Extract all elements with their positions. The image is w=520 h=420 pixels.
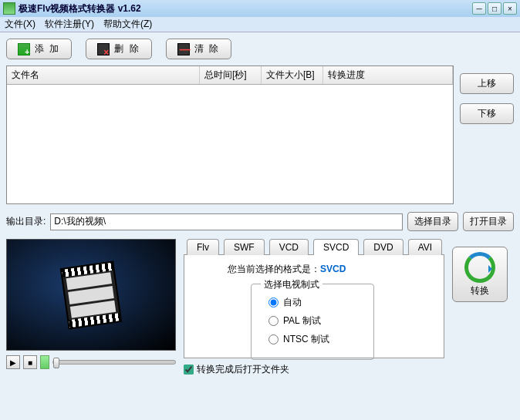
radio-ntsc[interactable] xyxy=(268,334,279,344)
player-controls: ▶ ■ xyxy=(6,355,176,369)
seek-thumb[interactable] xyxy=(53,358,59,368)
convert-label: 转换 xyxy=(471,284,489,297)
close-button[interactable]: × xyxy=(503,2,517,15)
clear-button[interactable]: 清 除 xyxy=(166,39,231,59)
radio-pal-row[interactable]: PAL 制试 xyxy=(268,314,356,328)
tv-legend: 选择电视制式 xyxy=(261,278,322,291)
current-format-text: 您当前选择的格式是：SVCD xyxy=(197,263,431,276)
tab-dvd[interactable]: DVD xyxy=(363,239,403,255)
open-after-row[interactable]: 转换完成后打开文件夹 xyxy=(184,363,444,376)
move-down-button[interactable]: 下移 xyxy=(460,103,514,124)
radio-auto-row[interactable]: 自动 xyxy=(268,296,356,309)
menu-help[interactable]: 帮助文件(Z) xyxy=(103,18,152,31)
convert-icon xyxy=(464,252,495,283)
format-tabs: Flv SWF VCD SVCD DVD AVI xyxy=(184,239,444,255)
output-label: 输出目录: xyxy=(6,215,46,228)
play-button[interactable]: ▶ xyxy=(6,355,20,369)
tab-vcd[interactable]: VCD xyxy=(269,239,309,255)
maximize-button[interactable]: □ xyxy=(488,2,501,15)
radio-ntsc-row[interactable]: NTSC 制试 xyxy=(268,333,356,346)
tab-panel: 您当前选择的格式是：SVCD 选择电视制式 自动 PAL 制试 NTSC 制试 xyxy=(184,254,444,358)
radio-auto[interactable] xyxy=(268,297,279,307)
move-up-button[interactable]: 上移 xyxy=(460,73,514,94)
seek-bar[interactable] xyxy=(52,360,176,365)
convert-button[interactable]: 转换 xyxy=(452,247,508,302)
col-progress[interactable]: 转换进度 xyxy=(323,66,453,84)
menubar: 文件(X) 软件注册(Y) 帮助文件(Z) xyxy=(0,17,520,32)
list-header: 文件名 总时间[秒] 文件大小[B] 转换进度 xyxy=(7,66,453,85)
current-format-value: SVCD xyxy=(320,264,346,274)
window-title: 极速Flv视频格式转换器 v1.62 xyxy=(19,2,472,15)
tab-svcd[interactable]: SVCD xyxy=(313,239,359,255)
choose-dir-button[interactable]: 选择目录 xyxy=(407,212,458,231)
tab-flv[interactable]: Flv xyxy=(187,239,219,255)
window-controls: ─ □ × xyxy=(472,2,517,15)
output-row: 输出目录: 选择目录 打开目录 xyxy=(6,212,514,231)
output-path-input[interactable] xyxy=(50,213,403,230)
menu-file[interactable]: 文件(X) xyxy=(5,18,35,31)
file-list[interactable]: 文件名 总时间[秒] 文件大小[B] 转换进度 xyxy=(6,66,454,204)
preview-pane xyxy=(6,239,176,351)
filmstrip-icon xyxy=(60,260,122,329)
content: 添 加 删 除 清 除 文件名 总时间[秒] 文件大小[B] 转换进度 上移 下… xyxy=(0,32,520,420)
open-after-label: 转换完成后打开文件夹 xyxy=(197,363,289,376)
volume-icon[interactable] xyxy=(40,355,49,369)
reorder-buttons: 上移 下移 xyxy=(460,66,514,204)
convert-column: 转换 xyxy=(452,239,514,376)
toolbar: 添 加 删 除 清 除 xyxy=(6,39,514,59)
bottom-area: ▶ ■ Flv SWF VCD SVCD DVD AVI 您当前选择的格式是：S… xyxy=(6,239,514,376)
delete-icon xyxy=(97,43,110,55)
tv-standard-group: 选择电视制式 自动 PAL 制试 NTSC 制试 xyxy=(251,284,374,360)
col-filename[interactable]: 文件名 xyxy=(7,66,200,84)
col-size[interactable]: 文件大小[B] xyxy=(262,66,323,84)
radio-auto-label: 自动 xyxy=(283,296,302,309)
add-button[interactable]: 添 加 xyxy=(6,39,72,59)
radio-pal[interactable] xyxy=(268,316,279,326)
radio-ntsc-label: NTSC 制试 xyxy=(283,333,329,346)
delete-button[interactable]: 删 除 xyxy=(86,39,151,59)
stop-button[interactable]: ■ xyxy=(23,355,37,369)
radio-pal-label: PAL 制试 xyxy=(283,314,321,328)
add-icon xyxy=(18,43,30,55)
tab-avi[interactable]: AVI xyxy=(408,239,442,255)
format-column: Flv SWF VCD SVCD DVD AVI 您当前选择的格式是：SVCD … xyxy=(184,239,444,376)
app-icon xyxy=(3,2,15,15)
list-area: 文件名 总时间[秒] 文件大小[B] 转换进度 上移 下移 xyxy=(6,66,514,204)
titlebar: 极速Flv视频格式转换器 v1.62 ─ □ × xyxy=(0,0,520,17)
col-duration[interactable]: 总时间[秒] xyxy=(200,66,262,84)
current-format-prefix: 您当前选择的格式是： xyxy=(228,264,320,274)
delete-label: 删 除 xyxy=(114,42,140,55)
open-dir-button[interactable]: 打开目录 xyxy=(463,212,514,231)
clear-icon xyxy=(177,43,190,55)
minimize-button[interactable]: ─ xyxy=(472,2,486,15)
open-after-checkbox[interactable] xyxy=(184,365,194,375)
tab-swf[interactable]: SWF xyxy=(224,239,265,255)
clear-label: 清 除 xyxy=(194,42,220,55)
add-label: 添 加 xyxy=(35,42,60,55)
preview-column: ▶ ■ xyxy=(6,239,176,376)
menu-register[interactable]: 软件注册(Y) xyxy=(45,18,94,31)
